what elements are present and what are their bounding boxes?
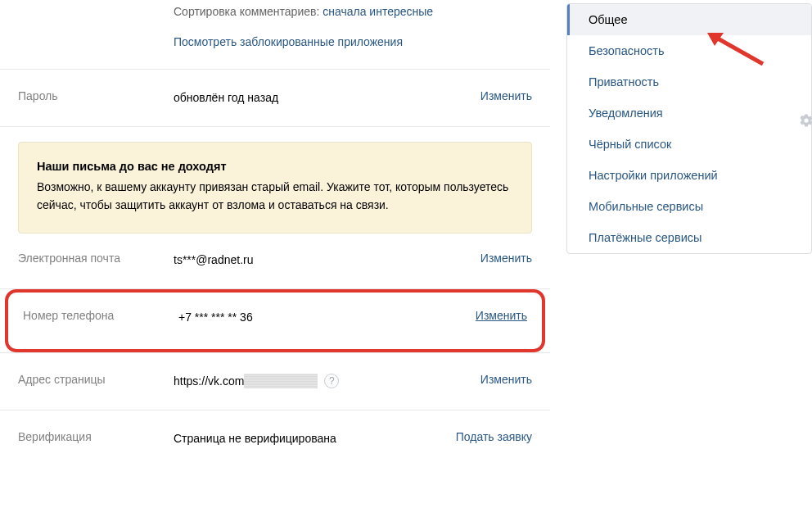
sidebar-item-notifications[interactable]: Уведомления [567, 98, 811, 129]
sidebar-item-app-settings[interactable]: Настройки приложений [567, 160, 811, 191]
sidebar-item-privacy[interactable]: Приватность [567, 66, 811, 98]
phone-row: Номер телефона +7 *** *** ** 36 Изменить [5, 289, 545, 352]
verification-apply-link[interactable]: Подать заявку [456, 430, 532, 443]
password-change-link[interactable]: Изменить [480, 89, 532, 102]
email-warning-title: Наши письма до вас не доходят [37, 157, 513, 175]
email-warning-body: Возможно, к вашему аккаунту привязан ста… [37, 179, 513, 214]
email-warning-wrap: Наши письма до вас не доходят Возможно, … [0, 127, 550, 237]
sidebar-item-blacklist[interactable]: Чёрный список [567, 129, 811, 160]
settings-sidebar: Общее Безопасность Приватность Уведомлен… [566, 0, 812, 254]
spacer [18, 34, 174, 51]
address-id-redacted [244, 374, 318, 388]
email-change-link[interactable]: Изменить [480, 252, 532, 265]
sidebar-item-mobile-services[interactable]: Мобильные сервисы [567, 191, 811, 222]
address-value: https://vk.com ? [174, 373, 471, 390]
spacer [18, 3, 174, 20]
gear-icon[interactable] [799, 113, 812, 128]
phone-highlight: Номер телефона +7 *** *** ** 36 Изменить [0, 289, 550, 352]
blocked-apps-link[interactable]: Посмотреть заблокированные приложения [174, 35, 403, 48]
comment-sort-row: Сортировка комментариев: сначала интерес… [174, 3, 532, 20]
phone-label: Номер телефона [23, 309, 178, 322]
phone-change-link[interactable]: Изменить [476, 309, 527, 322]
sidebar-item-payment-services[interactable]: Платёжные сервисы [567, 222, 811, 253]
verification-row: Верификация Страница не верифицирована П… [0, 410, 550, 467]
verification-label: Верификация [18, 430, 174, 443]
comment-sort-label: Сортировка комментариев: [174, 5, 319, 18]
email-label: Электронная почта [18, 252, 174, 265]
sidebar-item-security[interactable]: Безопасность [567, 35, 811, 66]
address-row: Адрес страницы https://vk.com ? Изменить [0, 353, 550, 410]
settings-main-column: Сортировка комментариев: сначала интерес… [0, 0, 550, 467]
password-row: Пароль обновлён год назад Изменить [0, 70, 550, 126]
address-label: Адрес страницы [18, 373, 174, 386]
email-value: ts***@radnet.ru [174, 252, 471, 269]
top-section: Сортировка комментариев: сначала интерес… [0, 0, 550, 69]
phone-value: +7 *** *** ** 36 [178, 309, 476, 326]
address-change-link[interactable]: Изменить [480, 373, 532, 386]
sidebar-item-general[interactable]: Общее [567, 4, 811, 35]
comment-sort-value[interactable]: сначала интересные [323, 5, 433, 18]
help-icon[interactable]: ? [324, 374, 339, 388]
verification-value: Страница не верифицирована [174, 430, 446, 447]
password-label: Пароль [18, 89, 174, 102]
sidebar-menu: Общее Безопасность Приватность Уведомлен… [566, 3, 812, 254]
password-value: обновлён год назад [174, 89, 471, 107]
email-warning-box: Наши письма до вас не доходят Возможно, … [18, 142, 532, 234]
address-prefix: https://vk.com [174, 373, 244, 390]
email-row: Электронная почта ts***@radnet.ru Измени… [0, 237, 550, 288]
